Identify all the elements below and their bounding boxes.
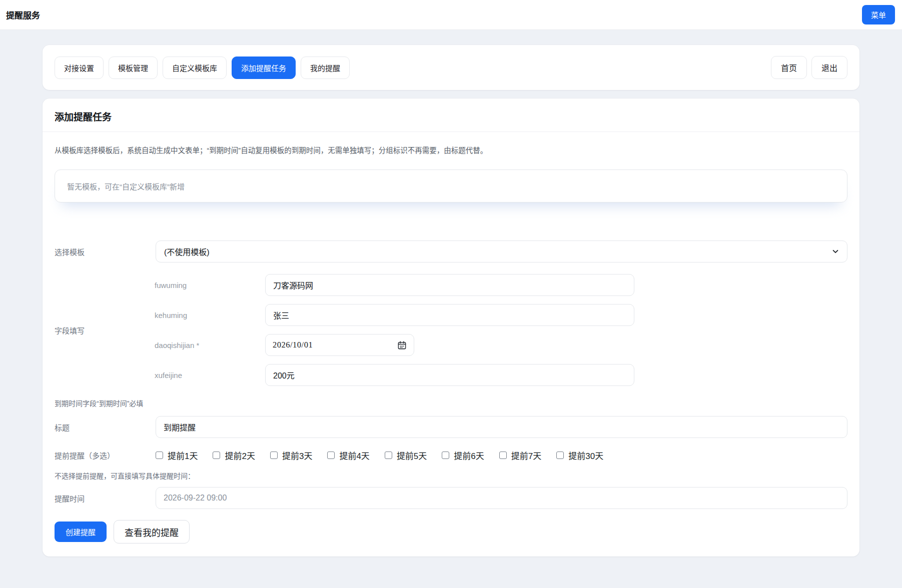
field-label: daoqishijian *	[155, 341, 265, 350]
top-bar: 提醒服务 菜单	[0, 0, 902, 30]
template-select[interactable]: (不使用模板)	[156, 240, 847, 262]
advance-reminder-label: 提前提醒（多选）	[55, 450, 156, 460]
advance-checkbox-2d[interactable]	[213, 452, 220, 459]
field-row-kehuming: kehuming	[155, 304, 847, 326]
home-button[interactable]: 首页	[771, 56, 807, 79]
panel-description: 从模板库选择模板后，系统自动生成中文表单；“到期时间”自动复用模板的到期时间，无…	[55, 144, 847, 155]
logout-button[interactable]: 退出	[811, 56, 847, 79]
advance-option-4d[interactable]: 提前4天	[327, 449, 369, 462]
tab-template-management[interactable]: 模板管理	[109, 56, 158, 79]
remind-time-input[interactable]	[156, 487, 847, 509]
advance-reminder-row: 提前提醒（多选） 提前1天 提前2天 提前3天 提前4天	[55, 449, 847, 462]
field-row-xufeijine: xufeijine	[155, 364, 847, 386]
due-time-note: 到期时间字段“到期时间”必填	[55, 398, 847, 408]
advance-checkbox-1d[interactable]	[156, 452, 163, 459]
advance-reminder-options: 提前1天 提前2天 提前3天 提前4天 提前5天	[156, 449, 847, 462]
tab-my-reminders[interactable]: 我的提醒	[301, 56, 350, 79]
advance-option-5d[interactable]: 提前5天	[385, 449, 427, 462]
view-my-reminders-button[interactable]: 查看我的提醒	[114, 520, 190, 544]
create-reminder-button[interactable]: 创建提醒	[55, 522, 107, 542]
template-select-label: 选择模板	[55, 246, 156, 257]
nav-tabs: 对接设置 模板管理 自定义模板库 添加提醒任务 我的提醒	[55, 56, 350, 79]
field-label: xufeijine	[155, 371, 265, 380]
advance-option-label: 提前30天	[568, 449, 603, 462]
template-select-value: (不使用模板)	[164, 246, 210, 258]
advance-option-label: 提前2天	[225, 449, 255, 462]
xufeijine-input[interactable]	[265, 364, 634, 386]
custom-time-note: 不选择提前提醒，可直接填写具体提醒时间：	[55, 470, 847, 480]
field-row-fuwuming: fuwuming	[155, 274, 847, 296]
field-label: fuwuming	[155, 281, 265, 290]
advance-option-1d[interactable]: 提前1天	[156, 449, 198, 462]
advance-option-3d[interactable]: 提前3天	[270, 449, 312, 462]
remind-time-row: 提醒时间	[55, 487, 847, 509]
advance-option-30d[interactable]: 提前30天	[556, 449, 603, 462]
remind-time-label: 提醒时间	[55, 493, 156, 504]
field-row-daoqishijian: daoqishijian * 2026/10/01	[155, 334, 847, 356]
tab-integration-settings[interactable]: 对接设置	[55, 56, 104, 79]
panel-title: 添加提醒任务	[55, 110, 847, 123]
advance-option-7d[interactable]: 提前7天	[499, 449, 541, 462]
tab-custom-template-library[interactable]: 自定义模板库	[163, 56, 227, 79]
title-label: 标题	[55, 422, 156, 432]
advance-checkbox-3d[interactable]	[270, 452, 278, 459]
page-content: 对接设置 模板管理 自定义模板库 添加提醒任务 我的提醒 首页 退出 添加提醒任…	[0, 30, 902, 556]
app-title: 提醒服务	[6, 8, 40, 21]
advance-option-label: 提前1天	[168, 449, 198, 462]
kehuming-input[interactable]	[265, 304, 634, 326]
add-reminder-panel: 添加提醒任务 从模板库选择模板后，系统自动生成中文表单；“到期时间”自动复用模板…	[43, 98, 859, 556]
advance-option-label: 提前3天	[282, 449, 312, 462]
advance-checkbox-5d[interactable]	[385, 452, 392, 459]
advance-checkbox-30d[interactable]	[556, 452, 564, 459]
field-label: kehuming	[155, 311, 265, 320]
nav-card: 对接设置 模板管理 自定义模板库 添加提醒任务 我的提醒 首页 退出	[43, 45, 859, 90]
advance-option-6d[interactable]: 提前6天	[442, 449, 484, 462]
form-actions: 创建提醒 查看我的提醒	[55, 520, 847, 544]
empty-template-notice: 暂无模板，可在“自定义模板库”新增	[55, 170, 847, 202]
calendar-icon[interactable]	[397, 340, 407, 350]
advance-option-label: 提前5天	[397, 449, 427, 462]
advance-checkbox-6d[interactable]	[442, 452, 449, 459]
advance-option-label: 提前6天	[454, 449, 484, 462]
advance-option-label: 提前4天	[339, 449, 369, 462]
advance-option-label: 提前7天	[511, 449, 541, 462]
tab-add-reminder-task[interactable]: 添加提醒任务	[232, 56, 296, 79]
nav-right-actions: 首页 退出	[771, 56, 847, 79]
fields-group-label: 字段填写	[55, 274, 155, 386]
title-input[interactable]	[156, 416, 847, 438]
advance-checkbox-4d[interactable]	[327, 452, 335, 459]
advance-checkbox-7d[interactable]	[499, 452, 507, 459]
chevron-down-icon	[832, 248, 839, 255]
fields-group: 字段填写 fuwuming kehuming daoqishijian * 20…	[55, 274, 847, 386]
template-select-row: 选择模板 (不使用模板)	[55, 240, 847, 262]
daoqishijian-date-input[interactable]: 2026/10/01	[265, 334, 414, 356]
menu-button[interactable]: 菜单	[862, 5, 895, 24]
advance-option-2d[interactable]: 提前2天	[213, 449, 255, 462]
panel-header: 添加提醒任务	[43, 98, 859, 132]
date-value: 2026/10/01	[273, 340, 313, 350]
fuwuming-input[interactable]	[265, 274, 634, 296]
title-row: 标题	[55, 416, 847, 438]
